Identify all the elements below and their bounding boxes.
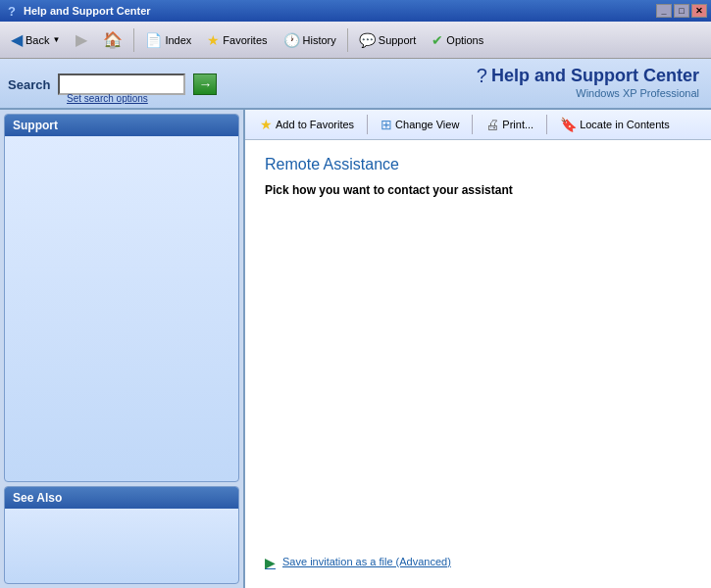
back-arrow-icon: ◀ (11, 30, 23, 49)
print-label: Print... (502, 119, 533, 130)
header-subtitle: Windows XP Professional (477, 87, 699, 99)
change-view-label: Change View (395, 119, 459, 130)
search-label: Search (8, 77, 50, 92)
locate-in-contents-label: Locate in Contents (580, 119, 670, 130)
left-panel: Support See Also (0, 110, 245, 588)
home-icon: 🏠 (103, 30, 123, 49)
search-go-button[interactable]: → (193, 74, 217, 95)
add-to-favorites-button[interactable]: ★ Add to Favorites (253, 114, 361, 135)
add-favorites-icon: ★ (260, 117, 273, 132)
search-input[interactable] (58, 74, 185, 95)
header-branding: ? Help and Support Center Windows XP Pro… (477, 65, 699, 99)
support-icon: 💬 (359, 32, 376, 48)
favorites-label: Favorites (223, 34, 267, 46)
index-button[interactable]: 📄 Index (138, 28, 198, 52)
toolbar: ◀ Back ▼ ▶ 🏠 📄 Index ★ Favorites 🕐 Histo… (0, 22, 711, 59)
right-panel: ★ Add to Favorites ⊞ Change View 🖨 Print… (245, 110, 711, 588)
options-label: Options (446, 34, 483, 46)
support-panel: Support (4, 114, 239, 482)
searchbar: Search → Set search options ? Help and S… (0, 59, 711, 110)
close-button[interactable]: ✕ (691, 4, 707, 18)
support-panel-header: Support (5, 115, 238, 136)
change-view-button[interactable]: ⊞ Change View (374, 114, 466, 135)
titlebar: ? Help and Support Center _ □ ✕ (0, 0, 711, 22)
set-search-options-link[interactable]: Set search options (67, 93, 148, 104)
favorites-button[interactable]: ★ Favorites (200, 28, 274, 52)
toolbar-separator-1 (133, 28, 134, 52)
add-to-favorites-label: Add to Favorites (276, 119, 354, 130)
header-title: Help and Support Center (491, 66, 699, 86)
ct-separator-2 (472, 115, 473, 134)
back-label: Back (25, 34, 49, 46)
save-invitation-link[interactable]: ▶ Save invitation as a file (Advanced) (265, 555, 451, 568)
support-label: Support (379, 34, 417, 46)
main-area: Support See Also ★ Add to Favorites ⊞ Ch… (0, 110, 711, 588)
options-icon: ✔ (432, 32, 443, 48)
titlebar-icon: ? (4, 3, 20, 19)
forward-arrow-icon: ▶ (76, 30, 87, 49)
help-question-icon: ? (477, 65, 487, 87)
toolbar-separator-2 (347, 28, 348, 52)
page-subtitle: Pick how you want to contact your assist… (265, 183, 691, 197)
index-label: Index (165, 34, 191, 46)
history-icon: 🕐 (283, 32, 300, 48)
history-label: History (303, 34, 336, 46)
minimize-button[interactable]: _ (656, 4, 672, 18)
change-view-icon: ⊞ (381, 117, 392, 132)
window-controls: _ □ ✕ (656, 4, 707, 18)
forward-button[interactable]: ▶ (69, 26, 94, 53)
content-area: Remote Assistance Pick how you want to c… (245, 140, 711, 588)
seealso-panel-header: See Also (5, 487, 238, 509)
seealso-panel: See Also (4, 486, 239, 584)
go-arrow-icon: → (198, 76, 212, 92)
history-button[interactable]: 🕐 History (277, 28, 343, 52)
home-button[interactable]: 🏠 (96, 26, 129, 53)
print-button[interactable]: 🖨 Print... (479, 114, 540, 135)
content-toolbar: ★ Add to Favorites ⊞ Change View 🖨 Print… (245, 110, 711, 140)
locate-icon: 🔖 (560, 117, 577, 132)
ct-separator-1 (367, 115, 368, 134)
favorites-icon: ★ (207, 32, 220, 48)
ct-separator-3 (546, 115, 547, 134)
support-button[interactable]: 💬 Support (352, 28, 424, 52)
titlebar-title: Help and Support Center (24, 5, 656, 17)
back-button[interactable]: ◀ Back ▼ (4, 26, 67, 53)
save-invitation-text: Save invitation as a file (Advanced) (282, 556, 451, 567)
index-icon: 📄 (145, 32, 162, 48)
print-icon: 🖨 (485, 117, 499, 132)
options-button[interactable]: ✔ Options (425, 28, 490, 52)
locate-in-contents-button[interactable]: 🔖 Locate in Contents (553, 114, 677, 135)
support-panel-body (5, 136, 238, 430)
page-title: Remote Assistance (265, 156, 691, 173)
seealso-panel-body (5, 509, 238, 567)
save-invitation-icon: ▶ (265, 555, 279, 568)
back-dropdown-icon[interactable]: ▼ (52, 35, 60, 44)
maximize-button[interactable]: □ (674, 4, 689, 18)
